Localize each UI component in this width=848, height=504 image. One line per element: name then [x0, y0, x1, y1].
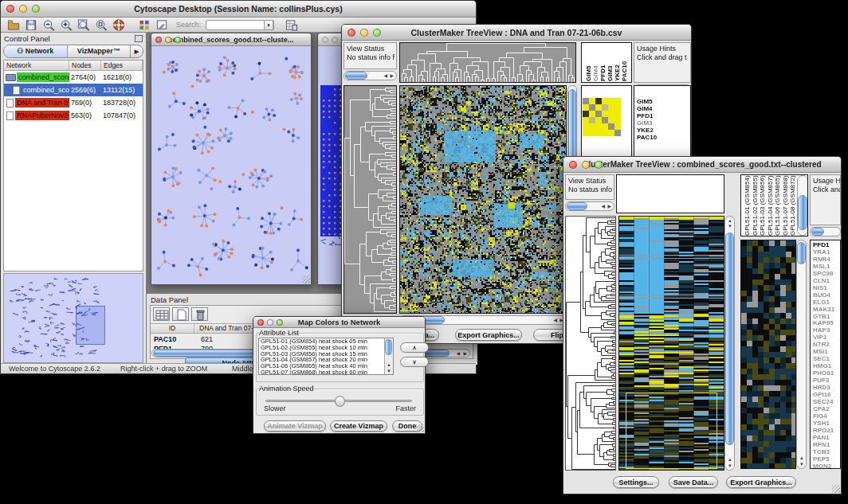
tva-zoom-matrix[interactable]	[583, 98, 621, 136]
zoom-fit-icon[interactable]	[77, 19, 90, 31]
attribute-select-icon[interactable]	[153, 307, 170, 321]
tva-row-label: PAC10	[637, 134, 690, 141]
tvb-zoom-heatmap[interactable]	[740, 240, 796, 469]
resize-grip[interactable]	[416, 424, 424, 432]
zoom-button[interactable]	[595, 161, 603, 169]
minimize-button[interactable]	[267, 319, 273, 326]
annotation-icon[interactable]	[155, 19, 168, 31]
search-label: Search:	[176, 21, 201, 29]
tvb-title-bar[interactable]: ClusterMaker TreeView : combined_scores_…	[563, 157, 841, 173]
vizmapper-icon[interactable]	[138, 19, 151, 31]
export-graphics-button[interactable]: Export Graphics...	[455, 329, 522, 341]
animate-vizmap-button[interactable]: Animate Vizmap	[264, 420, 326, 432]
net1-title-bar[interactable]: combined_scores_good.txt--cluste...	[151, 33, 311, 46]
tva-column-label: GIM3	[607, 65, 614, 81]
tva-column-dendrogram[interactable]	[399, 42, 576, 83]
tab-overflow-arrow[interactable]: ▶	[130, 45, 143, 57]
tvb-status-scrollbar[interactable]: ◀▶	[565, 201, 614, 211]
tvb-usage-scrollbar[interactable]	[810, 227, 841, 236]
network-row[interactable]: RNAPuberNov2+!563(0)107847(0)	[4, 109, 143, 122]
tva-view-status: View StatusNo status info f	[344, 42, 397, 69]
search-input[interactable]: ▼	[206, 20, 274, 30]
close-button[interactable]	[155, 37, 162, 43]
tva-heatmap[interactable]	[399, 85, 567, 314]
network-row[interactable]: combined_sco2569(6)13112(15)	[4, 84, 143, 96]
tvb-heatmap[interactable]	[618, 216, 724, 471]
main-window-title: Cytoscape Desktop (Session Name: collins…	[134, 4, 342, 14]
zoom-button[interactable]	[373, 29, 381, 37]
control-panel-title: Control Panel	[1, 33, 146, 45]
zoom-selected-icon[interactable]	[95, 19, 108, 31]
tva-title-bar[interactable]: ClusterMaker TreeView : DNA and Tran 07-…	[342, 25, 691, 41]
help-lifering-icon[interactable]	[112, 19, 125, 31]
network-row[interactable]: combined_scores2764(0)16218(0)	[4, 71, 143, 84]
minimize-button[interactable]	[19, 5, 27, 13]
status-welcome: Welcome to Cytoscape 2.6.2	[9, 365, 100, 373]
float-panel-icon[interactable]	[135, 35, 143, 42]
zoom-in-icon[interactable]	[60, 19, 73, 31]
attribute-item[interactable]: GPL51-07 (GSM868) heat shock 60 min	[259, 369, 393, 375]
export-graphics-button[interactable]: Export Graphics...	[726, 476, 796, 488]
gene-label: MON2	[813, 463, 840, 469]
tvb-collabel-scrollbar[interactable]	[797, 175, 808, 236]
tab-network[interactable]: ⚇ Network	[4, 45, 68, 57]
minimize-button[interactable]	[360, 29, 368, 37]
close-button[interactable]	[322, 37, 328, 43]
speed-slider-track[interactable]	[265, 400, 412, 402]
tvb-heatmap-vscrollbar[interactable]: ▲▼ ▲▼	[724, 216, 735, 471]
network-graph-1-canvas[interactable]	[151, 46, 311, 284]
treeview-window-combined: ClusterMaker TreeView : combined_scores_…	[563, 156, 842, 494]
document-icon	[13, 86, 20, 95]
delete-attribute-icon[interactable]	[191, 307, 208, 321]
zoom-button[interactable]	[175, 37, 181, 43]
close-button[interactable]	[347, 29, 355, 37]
attribute-list[interactable]: GPL51-01 (GSM854) heat shock 05 minGPL51…	[258, 338, 394, 375]
minimize-button[interactable]	[332, 37, 338, 43]
desktop-background: Cytoscape Desktop (Session Name: collins…	[0, 0, 848, 504]
window-controls	[6, 5, 40, 13]
zoom-button[interactable]	[32, 5, 40, 13]
zoom-button[interactable]	[277, 319, 283, 326]
settings-button[interactable]: Settings...	[613, 476, 659, 488]
tva-row-dendrogram[interactable]	[344, 85, 397, 314]
network-name: combined_sco	[22, 85, 69, 95]
network-table-header[interactable]: Network Nodes Edges	[4, 61, 143, 71]
create-vizmap-button[interactable]: Create Vizmap	[330, 420, 387, 432]
save-icon[interactable]	[25, 19, 37, 31]
move-down-button[interactable]: ∨	[400, 357, 429, 367]
new-attribute-icon[interactable]	[172, 307, 189, 321]
save-data-button[interactable]: Save Data...	[669, 476, 718, 488]
main-title-bar[interactable]: Cytoscape Desktop (Session Name: collins…	[1, 1, 476, 18]
network-row[interactable]: DNA and Tran 07769(0)183728(0)	[4, 96, 143, 109]
document-icon	[6, 99, 14, 107]
tvb-column-label: GPL51-06 (GSM865)	[774, 175, 781, 236]
tva-row-label: GIM5	[637, 98, 690, 105]
minimize-button[interactable]	[165, 37, 171, 43]
tab-vizmapper[interactable]: VizMapper™	[68, 45, 131, 57]
open-file-icon[interactable]	[7, 19, 20, 31]
attribute-list-scrollbar[interactable]: ▲▼	[384, 338, 393, 374]
close-button[interactable]	[569, 161, 577, 169]
tva-row-label: GIM3	[637, 119, 690, 127]
close-button[interactable]	[6, 5, 14, 13]
move-up-button[interactable]: ∧	[400, 342, 429, 353]
tvb-zoom-vscrollbar[interactable]: ▲▼	[796, 240, 807, 469]
network-table: Network Nodes Edges combined_scores2764(…	[3, 60, 143, 272]
control-panel-tabs: ⚇ Network VizMapper™ ▶	[3, 45, 143, 58]
speed-slider-thumb[interactable]	[335, 396, 345, 407]
resize-grip[interactable]	[302, 275, 310, 283]
table-import-icon[interactable]	[285, 19, 298, 31]
tvb-row-dendrogram[interactable]	[565, 216, 616, 471]
network-overview-panel[interactable]	[3, 273, 143, 363]
search-dropdown-arrow[interactable]: ▼	[264, 20, 273, 30]
dialog-title-bar[interactable]: Map Colors to Network	[253, 317, 425, 328]
document-icon	[6, 111, 14, 120]
tva-row-label: GIM4	[637, 105, 690, 112]
close-button[interactable]	[257, 319, 264, 326]
resize-grip[interactable]	[832, 485, 840, 493]
zoom-out-icon[interactable]	[42, 19, 55, 31]
tva-column-label: PAC10	[621, 61, 628, 81]
network-name: RNAPuberNov2+!	[15, 111, 69, 120]
tva-status-scrollbar[interactable]: ◀▶	[344, 71, 397, 80]
minimize-button[interactable]	[582, 161, 590, 169]
